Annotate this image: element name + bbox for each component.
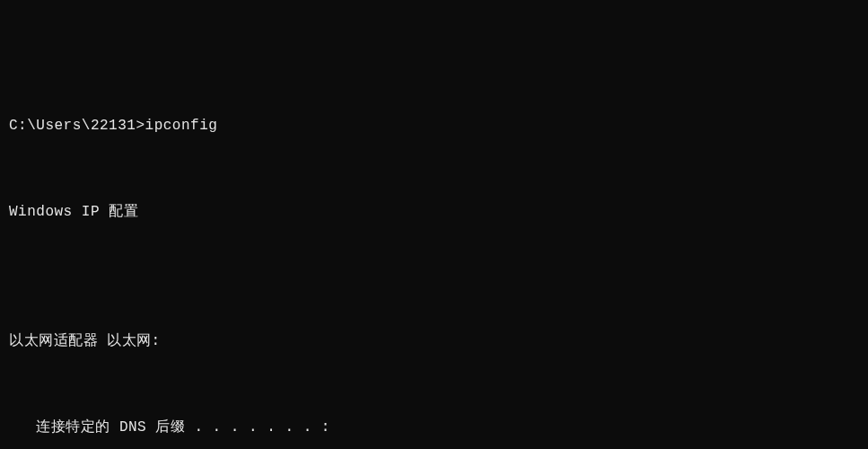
dns-suffix-line: 连接特定的 DNS 后缀 . . . . . . . : [9, 417, 859, 438]
prompt-path: C:\Users\22131> [9, 118, 145, 134]
ipconfig-header: Windows IP 配置 [9, 201, 859, 223]
terminal-output: C:\Users\22131>ipconfig Windows IP 配置 以太… [9, 93, 859, 449]
command-text: ipconfig [145, 118, 218, 134]
blank-line [9, 374, 859, 395]
blank-line [9, 244, 859, 266]
ethernet-adapter-title: 以太网适配器 以太网: [9, 330, 859, 352]
blank-line [9, 287, 859, 309]
prompt-line: C:\Users\22131>ipconfig [9, 115, 859, 136]
blank-line [9, 158, 859, 180]
